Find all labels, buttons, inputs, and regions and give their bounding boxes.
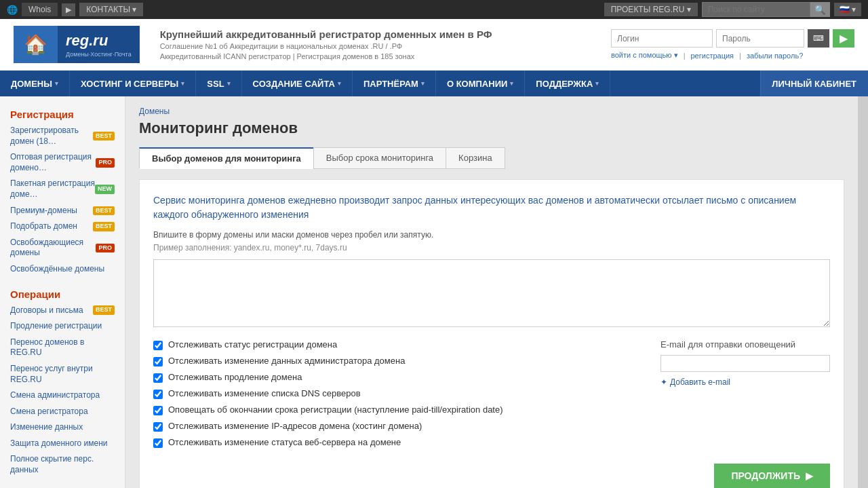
badge-best-3: BEST xyxy=(93,305,115,315)
main-slogan: Крупнейший аккредитованный регистратор д… xyxy=(160,29,591,40)
globe-icon: 🌐 xyxy=(7,5,18,15)
whois-arrow-button[interactable]: ▶ xyxy=(62,3,75,16)
voiti-link[interactable]: войти с помощью ▾ xyxy=(611,51,678,60)
sidebar-item-premium[interactable]: Премиум-домены BEST xyxy=(0,203,125,219)
checkbox-3[interactable] xyxy=(153,390,163,399)
badge-pro-0: PRO xyxy=(96,158,115,168)
nav-partners[interactable]: ПАРТНЁРАМ ▾ xyxy=(353,71,436,96)
separator-2: | xyxy=(739,52,741,60)
sidebar-item-package[interactable]: Пакетная регистрация доме… NEW xyxy=(0,176,125,202)
sidebar-item-change-admin[interactable]: Смена администратора xyxy=(0,388,125,404)
sidebar-item-freed[interactable]: Освобождённые домены xyxy=(0,261,125,278)
sidebar-item-contracts[interactable]: Договоры и письма BEST xyxy=(0,303,125,319)
header: 🏠 reg.ru Домены·Хостинг·Почта Крупнейший… xyxy=(0,19,868,71)
sidebar-item-renewal[interactable]: Продление регистрации xyxy=(0,318,125,335)
checkbox-label-1: Отслеживать изменение данных администрат… xyxy=(168,356,405,366)
sidebar: Регистрация Зарегистрировать домен (18… … xyxy=(0,96,125,488)
logo-box: 🏠 xyxy=(14,26,58,63)
domains-textarea[interactable] xyxy=(153,259,830,327)
nav-support[interactable]: ПОДДЕРЖКА ▾ xyxy=(525,71,610,96)
checkbox-label-4: Оповещать об окончании срока регистрации… xyxy=(168,405,503,415)
sub-text-2: Аккредитованный ICANN регистратор | Реги… xyxy=(160,52,591,60)
checkbox-6[interactable] xyxy=(153,438,163,448)
sidebar-section-registration: Регистрация xyxy=(0,103,125,123)
sidebar-item-register-domain[interactable]: Зарегистрировать домен (18… BEST xyxy=(0,123,125,149)
nav-about-arrow: ▾ xyxy=(510,80,513,87)
login-field[interactable] xyxy=(611,29,713,48)
form-hint: Впишите в форму домены или маски доменов… xyxy=(153,230,830,240)
nav-domains[interactable]: ДОМЕНЫ ▾ xyxy=(0,71,70,96)
sidebar-item-pick-domain[interactable]: Подобрать домен BEST xyxy=(0,219,125,235)
continue-button[interactable]: ПРОДОЛЖИТЬ ▶ xyxy=(714,464,830,488)
sub-text-1: Соглашение №1 об Аккредитации в национал… xyxy=(160,42,591,50)
tab-select-period[interactable]: Выбор срока мониторинга xyxy=(313,147,446,169)
checkbox-label-5: Отслеживать изменение IP-адресов домена … xyxy=(168,421,422,431)
checkbox-row-1: Отслеживать изменение данных администрат… xyxy=(153,356,640,367)
service-description: Сервис мониторинга доменов ежедневно про… xyxy=(153,193,830,222)
nav-about[interactable]: О КОМПАНИИ ▾ xyxy=(436,71,525,96)
plus-icon: ✦ xyxy=(660,377,667,387)
sidebar-item-expiring[interactable]: Освобождающиеся домены PRO xyxy=(0,235,125,261)
logo-text: reg.ru xyxy=(66,32,108,49)
email-section-title: E-mail для отправки оповещений xyxy=(660,339,830,350)
main-layout: Регистрация Зарегистрировать домен (18… … xyxy=(0,96,868,488)
checkbox-5[interactable] xyxy=(153,422,163,432)
scrollbar[interactable] xyxy=(858,96,868,488)
badge-best-1: BEST xyxy=(93,206,115,216)
checkbox-1[interactable] xyxy=(153,357,163,367)
login-row: ⌨ ▶ xyxy=(611,29,854,48)
continue-row: ПРОДОЛЖИТЬ ▶ xyxy=(153,464,830,488)
email-input[interactable] xyxy=(660,355,830,372)
header-slogan: Крупнейший аккредитованный регистратор д… xyxy=(160,29,591,60)
whois-button[interactable]: Whois xyxy=(22,3,58,16)
main-card: Сервис мониторинга доменов ежедневно про… xyxy=(139,179,844,488)
nav-ssl[interactable]: SSL ▾ xyxy=(196,71,241,96)
search-input[interactable] xyxy=(702,2,810,17)
login-submit-button[interactable]: ▶ xyxy=(833,29,854,48)
nav-hosting[interactable]: ХОСТИНГ И СЕРВЕРЫ ▾ xyxy=(70,71,196,96)
checkbox-label-0: Отслеживать статус регистрации домена xyxy=(168,339,337,350)
tab-select-domains[interactable]: Выбор доменов для мониторинга xyxy=(139,147,313,169)
checkbox-0[interactable] xyxy=(153,341,163,350)
sidebar-item-change-data[interactable]: Изменение данных xyxy=(0,419,125,436)
sidebar-item-transfer[interactable]: Перенос доменов в REG.RU xyxy=(0,335,125,361)
nav-cabinet[interactable]: ЛИЧНЫЙ КАБИНЕТ xyxy=(760,71,868,96)
nav-bar: ДОМЕНЫ ▾ ХОСТИНГ И СЕРВЕРЫ ▾ SSL ▾ СОЗДА… xyxy=(0,71,868,96)
registration-link[interactable]: регистрация xyxy=(690,52,734,60)
checkbox-label-6: Отслеживать изменение статуса веб-сервер… xyxy=(168,437,401,447)
add-email-link[interactable]: ✦ Добавить e-mail xyxy=(660,377,830,387)
sidebar-item-hide-data[interactable]: Полное скрытие перс. данных xyxy=(0,451,125,478)
nav-site[interactable]: СОЗДАНИЕ САЙТА ▾ xyxy=(242,71,353,96)
checkboxes-left: Отслеживать статус регистрации домена От… xyxy=(153,339,640,453)
checkbox-row-5: Отслеживать изменение IP-адресов домена … xyxy=(153,421,640,432)
login-links: войти с помощью ▾ | регистрация | забыли… xyxy=(611,51,854,60)
nav-partners-arrow: ▾ xyxy=(421,80,425,87)
top-bar-right: ПРОЕКТЫ REG.RU ▾ 🔍 🇷🇺 ▾ xyxy=(604,2,861,17)
forgot-password-link[interactable]: забыли пароль? xyxy=(747,52,803,60)
sidebar-item-protect-domain[interactable]: Защита доменного имени xyxy=(0,436,125,452)
sidebar-item-change-registrar[interactable]: Смена регистратора xyxy=(0,404,125,420)
nav-domains-arrow: ▾ xyxy=(55,80,58,87)
password-field[interactable] xyxy=(716,29,804,48)
checkbox-label-3: Отслеживать изменение списка DNS серверо… xyxy=(168,388,361,398)
proekty-button[interactable]: ПРОЕКТЫ REG.RU ▾ xyxy=(604,3,698,16)
sidebar-item-wholesale[interactable]: Оптовая регистрация домено… PRO xyxy=(0,149,125,176)
keyboard-button[interactable]: ⌨ xyxy=(808,29,829,48)
checkbox-2[interactable] xyxy=(153,373,163,383)
search-button[interactable]: 🔍 xyxy=(810,2,830,17)
sidebar-section-buy-sell: Купить-продать xyxy=(0,484,125,488)
sidebar-item-internal-transfer[interactable]: Перенос услуг внутри REG.RU xyxy=(0,361,125,388)
language-button[interactable]: 🇷🇺 ▾ xyxy=(834,3,861,16)
nav-site-arrow: ▾ xyxy=(338,80,341,87)
checkbox-4[interactable] xyxy=(153,406,163,415)
separator-1: | xyxy=(684,52,686,60)
email-section: E-mail для отправки оповещений ✦ Добавит… xyxy=(660,339,830,453)
breadcrumb-link[interactable]: Домены xyxy=(139,107,170,116)
tab-cart[interactable]: Корзина xyxy=(446,147,505,169)
badge-new-0: NEW xyxy=(95,185,115,194)
kontakty-button[interactable]: КОНТАКТЫ ▾ xyxy=(79,3,143,16)
logo-subtext: Домены·Хостинг·Почта xyxy=(66,51,132,58)
tabs-container: Выбор доменов для мониторинга Выбор срок… xyxy=(139,147,844,169)
checkbox-row-4: Оповещать об окончании срока регистрации… xyxy=(153,405,640,415)
checkbox-row-3: Отслеживать изменение списка DNS серверо… xyxy=(153,388,640,399)
